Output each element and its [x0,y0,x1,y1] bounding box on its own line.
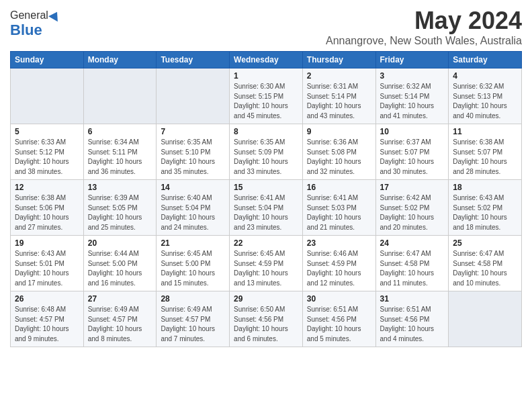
day-cell: 3Sunrise: 6:32 AMSunset: 5:14 PMDaylight… [375,68,449,124]
day-number: 19 [15,238,79,248]
day-number: 17 [380,183,445,192]
day-number: 27 [88,294,152,304]
logo-general-text: General [10,9,48,21]
day-detail: Sunrise: 6:43 AMSunset: 5:02 PMDaylight:… [453,193,517,232]
day-cell: 13Sunrise: 6:39 AMSunset: 5:05 PMDayligh… [83,180,157,236]
day-detail: Sunrise: 6:35 AMSunset: 5:09 PMDaylight:… [234,138,298,177]
day-cell: 8Sunrise: 6:35 AMSunset: 5:09 PMDaylight… [230,124,303,180]
day-detail: Sunrise: 6:35 AMSunset: 5:10 PMDaylight:… [161,138,225,177]
day-header-tuesday: Tuesday [157,52,230,68]
day-cell [449,291,522,347]
day-detail: Sunrise: 6:39 AMSunset: 5:05 PMDaylight:… [88,193,152,232]
logo-triangle-icon [48,9,62,21]
day-number: 22 [234,238,298,248]
day-header-saturday: Saturday [449,52,522,68]
week-row-2: 5Sunrise: 6:33 AMSunset: 5:12 PMDaylight… [11,124,522,180]
day-cell: 12Sunrise: 6:38 AMSunset: 5:06 PMDayligh… [11,180,84,236]
day-detail: Sunrise: 6:37 AMSunset: 5:07 PMDaylight:… [380,138,445,177]
header: General Blue May 2024 Annangrove, New So… [10,7,522,47]
day-cell: 10Sunrise: 6:37 AMSunset: 5:07 PMDayligh… [375,124,449,180]
day-cell: 31Sunrise: 6:51 AMSunset: 4:56 PMDayligh… [375,291,449,347]
day-number: 9 [307,127,371,136]
day-cell: 6Sunrise: 6:34 AMSunset: 5:11 PMDaylight… [83,124,157,180]
day-number: 7 [161,127,225,136]
day-detail: Sunrise: 6:36 AMSunset: 5:08 PMDaylight:… [307,138,371,177]
day-number: 10 [380,127,445,136]
day-cell [83,68,157,124]
day-number: 25 [453,238,517,248]
day-cell: 4Sunrise: 6:32 AMSunset: 5:13 PMDaylight… [449,68,522,124]
day-cell: 19Sunrise: 6:43 AMSunset: 5:01 PMDayligh… [11,236,84,291]
day-detail: Sunrise: 6:50 AMSunset: 4:56 PMDaylight:… [234,305,298,344]
day-number: 24 [380,238,445,248]
week-row-5: 26Sunrise: 6:48 AMSunset: 4:57 PMDayligh… [11,291,522,347]
day-cell: 30Sunrise: 6:51 AMSunset: 4:56 PMDayligh… [302,291,375,347]
day-cell: 27Sunrise: 6:49 AMSunset: 4:57 PMDayligh… [83,291,157,347]
day-cell: 17Sunrise: 6:42 AMSunset: 5:02 PMDayligh… [375,180,449,236]
day-detail: Sunrise: 6:32 AMSunset: 5:13 PMDaylight:… [453,82,517,121]
day-cell: 28Sunrise: 6:49 AMSunset: 4:57 PMDayligh… [157,291,230,347]
day-number: 3 [380,71,445,81]
day-cell: 1Sunrise: 6:30 AMSunset: 5:15 PMDaylight… [230,68,303,124]
day-detail: Sunrise: 6:51 AMSunset: 4:56 PMDaylight:… [380,305,445,344]
logo-blue-text: Blue [10,21,42,39]
day-detail: Sunrise: 6:45 AMSunset: 5:00 PMDaylight:… [161,249,225,288]
day-cell: 11Sunrise: 6:38 AMSunset: 5:07 PMDayligh… [449,124,522,180]
day-cell: 20Sunrise: 6:44 AMSunset: 5:00 PMDayligh… [83,236,157,291]
day-detail: Sunrise: 6:47 AMSunset: 4:58 PMDaylight:… [453,249,517,288]
day-detail: Sunrise: 6:43 AMSunset: 5:01 PMDaylight:… [15,249,79,288]
day-detail: Sunrise: 6:42 AMSunset: 5:02 PMDaylight:… [380,193,445,232]
day-detail: Sunrise: 6:33 AMSunset: 5:12 PMDaylight:… [15,138,79,177]
day-header-wednesday: Wednesday [230,52,303,68]
day-number: 14 [161,183,225,192]
day-cell: 26Sunrise: 6:48 AMSunset: 4:57 PMDayligh… [11,291,84,347]
day-header-thursday: Thursday [302,52,375,68]
day-detail: Sunrise: 6:45 AMSunset: 4:59 PMDaylight:… [234,249,298,288]
day-header-sunday: Sunday [11,52,84,68]
day-number: 18 [453,183,517,192]
day-number: 2 [307,71,371,81]
day-cell: 25Sunrise: 6:47 AMSunset: 4:58 PMDayligh… [449,236,522,291]
page-title: May 2024 [326,7,522,35]
day-number: 6 [88,127,152,136]
day-detail: Sunrise: 6:46 AMSunset: 4:59 PMDaylight:… [307,249,371,288]
day-cell: 7Sunrise: 6:35 AMSunset: 5:10 PMDaylight… [157,124,230,180]
day-detail: Sunrise: 6:30 AMSunset: 5:15 PMDaylight:… [234,82,298,121]
title-area: May 2024 Annangrove, New South Wales, Au… [326,7,522,47]
calendar-body: 1Sunrise: 6:30 AMSunset: 5:15 PMDaylight… [11,68,522,347]
week-row-4: 19Sunrise: 6:43 AMSunset: 5:01 PMDayligh… [11,236,522,291]
day-detail: Sunrise: 6:38 AMSunset: 5:06 PMDaylight:… [15,193,79,232]
day-headers-row: SundayMondayTuesdayWednesdayThursdayFrid… [11,52,522,68]
day-header-monday: Monday [83,52,157,68]
day-cell: 29Sunrise: 6:50 AMSunset: 4:56 PMDayligh… [230,291,303,347]
day-detail: Sunrise: 6:34 AMSunset: 5:11 PMDaylight:… [88,138,152,177]
day-detail: Sunrise: 6:41 AMSunset: 5:04 PMDaylight:… [234,193,298,232]
day-number: 23 [307,238,371,248]
day-number: 8 [234,127,298,136]
day-cell: 14Sunrise: 6:40 AMSunset: 5:04 PMDayligh… [157,180,230,236]
day-cell [11,68,84,124]
day-detail: Sunrise: 6:32 AMSunset: 5:14 PMDaylight:… [380,82,445,121]
day-cell: 9Sunrise: 6:36 AMSunset: 5:08 PMDaylight… [302,124,375,180]
day-number: 20 [88,238,152,248]
calendar-table: SundayMondayTuesdayWednesdayThursdayFrid… [10,51,522,347]
day-number: 13 [88,183,152,192]
day-detail: Sunrise: 6:47 AMSunset: 4:58 PMDaylight:… [380,249,445,288]
day-number: 1 [234,71,298,81]
day-number: 30 [307,294,371,304]
day-number: 21 [161,238,225,248]
day-detail: Sunrise: 6:49 AMSunset: 4:57 PMDaylight:… [161,305,225,344]
day-detail: Sunrise: 6:41 AMSunset: 5:03 PMDaylight:… [307,193,371,232]
day-detail: Sunrise: 6:48 AMSunset: 4:57 PMDaylight:… [15,305,79,344]
day-cell: 23Sunrise: 6:46 AMSunset: 4:59 PMDayligh… [302,236,375,291]
day-header-friday: Friday [375,52,449,68]
day-detail: Sunrise: 6:40 AMSunset: 5:04 PMDaylight:… [161,193,225,232]
day-cell: 16Sunrise: 6:41 AMSunset: 5:03 PMDayligh… [302,180,375,236]
day-cell: 5Sunrise: 6:33 AMSunset: 5:12 PMDaylight… [11,124,84,180]
day-number: 12 [15,183,79,192]
day-cell [157,68,230,124]
day-cell: 22Sunrise: 6:45 AMSunset: 4:59 PMDayligh… [230,236,303,291]
day-cell: 21Sunrise: 6:45 AMSunset: 5:00 PMDayligh… [157,236,230,291]
day-detail: Sunrise: 6:51 AMSunset: 4:56 PMDaylight:… [307,305,371,344]
day-detail: Sunrise: 6:31 AMSunset: 5:14 PMDaylight:… [307,82,371,121]
